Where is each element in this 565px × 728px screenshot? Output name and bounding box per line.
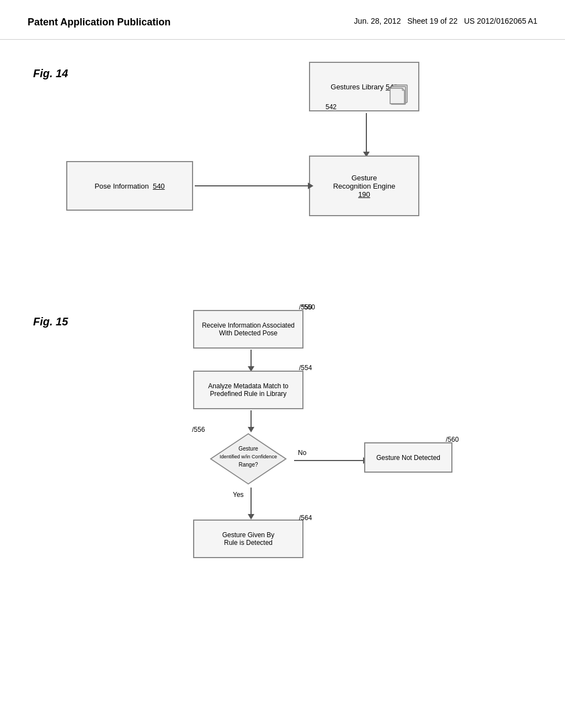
- file-id-label: 542: [326, 103, 337, 111]
- gestures-library-label: Gestures Library 540: [331, 83, 397, 91]
- arrow-554-to-556: [248, 410, 254, 432]
- svg-text:Gesture: Gesture: [238, 446, 258, 452]
- id-560: /560: [446, 436, 459, 443]
- id-550: /550: [299, 303, 312, 311]
- node-550: Receive Information Associated With Dete…: [193, 310, 303, 349]
- fig14-label: Fig. 14: [33, 67, 68, 80]
- arrow-pose-to-engine: [195, 183, 313, 189]
- node-560: Gesture Not Detected: [364, 442, 452, 473]
- label-yes: Yes: [233, 491, 244, 499]
- header-left: Patent Application Publication: [28, 17, 170, 28]
- header-date: Jun. 28, 2012 Sheet 19 of 22 US 2012/016…: [354, 17, 537, 25]
- label-no: No: [298, 449, 306, 457]
- diamond-556: Gesture Identified w/in Confidence Range…: [204, 431, 292, 486]
- fig15-label: Fig. 15: [33, 315, 68, 328]
- header-right: Jun. 28, 2012 Sheet 19 of 22 US 2012/016…: [354, 17, 537, 25]
- arrow-550-to-554: [248, 350, 254, 372]
- id-556: /556: [192, 426, 205, 433]
- file-stack-icon: [388, 83, 412, 106]
- page-header: Patent Application Publication Jun. 28, …: [0, 0, 565, 40]
- svg-text:Range?: Range?: [238, 462, 258, 468]
- id-554: /554: [299, 364, 312, 372]
- arrow-yes: [248, 488, 254, 520]
- id-564: /564: [299, 514, 312, 522]
- pose-info-label: Pose Information 540: [94, 182, 164, 190]
- node-554: Analyze Metadata Match to Predefined Rul…: [193, 371, 303, 409]
- page-content: Fig. 14 Gestures Library 540 542 Gesture…: [0, 40, 565, 718]
- svg-text:Identified w/in Confidence: Identified w/in Confidence: [220, 454, 277, 459]
- gesture-recognition-engine-box: Gesture Recognition Engine 190: [309, 156, 419, 216]
- diamond-shape-svg: Gesture Identified w/in Confidence Range…: [204, 431, 292, 486]
- header-title: Patent Application Publication: [28, 17, 170, 28]
- pose-information-box: Pose Information 540: [66, 161, 193, 211]
- arrow-no: [294, 457, 369, 464]
- node-564: Gesture Given By Rule is Detected: [193, 520, 303, 558]
- arrow-library-to-engine: [363, 113, 370, 157]
